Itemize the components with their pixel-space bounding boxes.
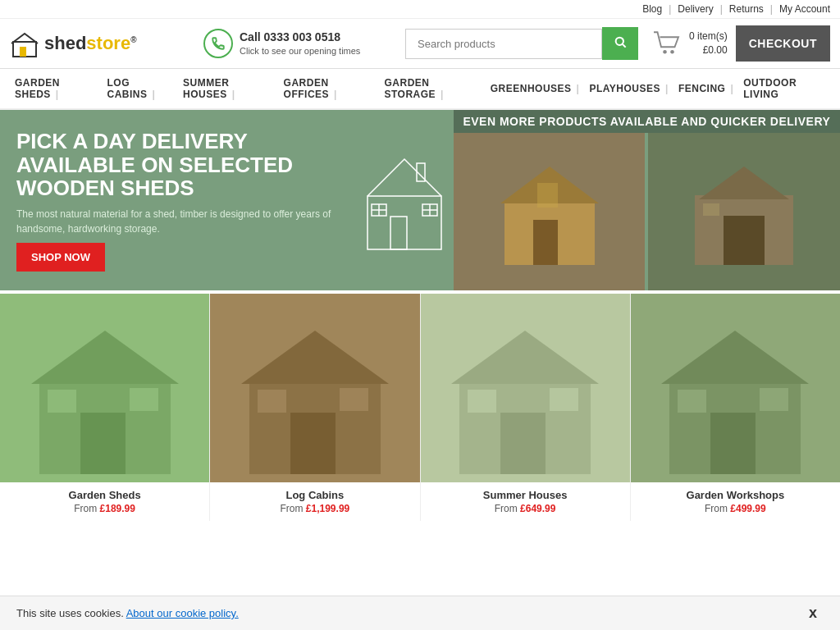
cart-icon-wrap[interactable] [651,30,681,58]
svg-rect-31 [550,388,578,411]
cart-area: 0 item(s) £0.00 CHECKOUT [651,25,830,62]
svg-point-5 [670,50,674,54]
nav-item-fencing[interactable]: FENCING [673,83,738,94]
svg-point-4 [663,50,667,54]
logo-area[interactable]: shedstore® [10,29,190,58]
svg-rect-16 [533,220,558,265]
nav-item-summer-houses[interactable]: SUMMER HOUSES [178,77,278,100]
product-card-1[interactable]: Log Cabins From £1,199.99 [210,294,420,521]
svg-rect-36 [678,390,706,413]
svg-line-3 [623,44,626,48]
cart-info: 0 item(s) £0.00 [689,30,728,57]
returns-link[interactable]: Returns [729,3,764,15]
product-card-2[interactable]: Summer Houses From £649.99 [421,294,631,521]
product-price-3: From £499.99 [639,503,832,514]
phone-area[interactable]: Call 0333 003 0518 Click to see our open… [203,29,392,58]
hero-image-2[interactable] [648,133,840,290]
product-image-2 [421,294,630,482]
nav-item-garden-sheds[interactable]: GARDEN SHEDS [10,77,103,100]
hero-right: EVEN MORE PRODUCTS AVAILABLE AND QUICKER… [454,110,840,290]
header: shedstore® Call 0333 003 0518 Click to s… [0,19,840,69]
blog-link[interactable]: Blog [642,3,662,15]
product-name-0: Garden Sheds [8,489,201,501]
product-image-1 [210,294,419,482]
logo-icon [10,29,39,58]
product-name-1: Log Cabins [218,489,411,501]
search-button[interactable] [602,27,638,60]
product-name-3: Garden Workshops [639,489,832,501]
svg-rect-35 [760,388,788,411]
svg-rect-7 [390,217,407,249]
svg-rect-20 [703,203,719,216]
nav-item-garden-offices[interactable]: GARDEN OFFICES [279,77,380,100]
checkout-button[interactable]: CHECKOUT [736,25,830,62]
svg-rect-24 [48,390,76,413]
product-image-3 [631,294,840,482]
hero-subtitle: The most natural material for a shed, ti… [16,207,339,236]
svg-rect-34 [710,413,756,474]
product-card-3[interactable]: Garden Workshops From £499.99 [631,294,840,521]
svg-rect-17 [537,183,558,208]
svg-rect-22 [80,413,126,474]
cart-icon [651,30,681,56]
svg-rect-23 [130,388,158,411]
nav-item-playhouses[interactable]: PLAYHOUSES [584,83,673,94]
search-area [405,27,638,60]
product-price-1: From £1,199.99 [218,503,411,514]
phone-text: Call 0333 003 0518 Click to see our open… [240,30,360,58]
product-grid: Garden Sheds From £189.99 Log Cabins Fro… [0,290,840,524]
svg-rect-30 [500,413,546,474]
main-nav: GARDEN SHEDSLOG CABINSSUMMER HOUSESGARDE… [0,69,840,110]
product-price-2: From £649.99 [429,503,622,514]
product-name-2: Summer Houses [429,489,622,501]
hero-title: PICK A DAY DELIVERY AVAILABLE ON SELECTE… [16,130,339,200]
svg-rect-1 [20,47,26,57]
svg-point-2 [616,38,623,45]
hero-shed-diagram [355,110,454,290]
nav-item-greenhouses[interactable]: GREENHOUSES [486,83,585,94]
delivery-link[interactable]: Delivery [678,3,713,15]
search-input[interactable] [405,29,602,59]
my-account-link[interactable]: My Account [779,3,830,15]
svg-rect-19 [724,216,765,265]
hero-product-images [454,133,840,290]
logo-text: shedstore® [44,33,137,54]
svg-rect-27 [340,388,368,411]
shed-diagram-icon [359,147,450,253]
phone-icon [203,29,233,58]
nav-item-garden-storage[interactable]: GARDEN STORAGE [379,77,485,100]
product-card-0[interactable]: Garden Sheds From £189.99 [0,294,210,521]
top-bar: Blog | Delivery | Returns | My Account [0,0,840,19]
shop-now-button[interactable]: SHOP NOW [16,243,105,272]
svg-rect-32 [468,390,496,413]
hero-image-1[interactable] [454,133,646,290]
product-image-0 [0,294,209,482]
hero-left: PICK A DAY DELIVERY AVAILABLE ON SELECTE… [0,110,355,290]
nav-item-outdoor-living[interactable]: OUTDOOR LIVING [738,77,830,100]
product-price-0: From £189.99 [8,503,201,514]
nav-item-log-cabins[interactable]: LOG CABINS [103,77,179,100]
hero-banner: PICK A DAY DELIVERY AVAILABLE ON SELECTE… [0,110,840,290]
hero-right-title: EVEN MORE PRODUCTS AVAILABLE AND QUICKER… [454,110,840,133]
svg-rect-28 [258,390,286,413]
svg-rect-26 [290,413,336,474]
